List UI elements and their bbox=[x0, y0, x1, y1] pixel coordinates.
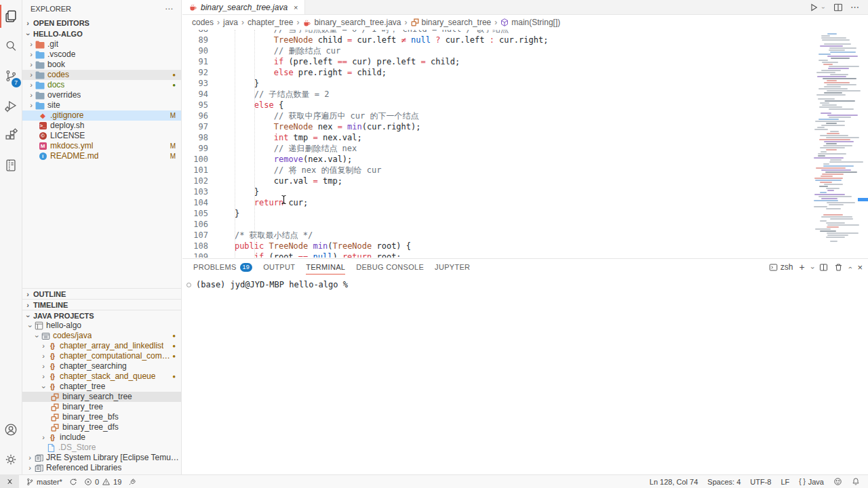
breadcrumb-item[interactable]: main(String[]) bbox=[500, 18, 560, 27]
code-line[interactable]: 93 } bbox=[182, 78, 868, 89]
extensions-view-icon[interactable] bbox=[0, 121, 22, 150]
sync-status[interactable] bbox=[69, 478, 77, 486]
java-projects-item-chapter-array-and-linkedlist[interactable]: ›{}chapter_array_and_linkedlist● bbox=[22, 341, 181, 351]
explorer-item-license[interactable]: ©LICENSE bbox=[22, 131, 181, 141]
explorer-item-site[interactable]: ›site bbox=[22, 100, 181, 110]
code-editor[interactable]: 88 // 当子结点数量 = 0 / 1 时， child = null / 该… bbox=[182, 30, 868, 258]
launch-status[interactable] bbox=[128, 478, 136, 486]
explorer-item-mkdocs-yml[interactable]: Mmkdocs.ymlM bbox=[22, 141, 181, 151]
java-projects-item-binary-tree[interactable]: binary_tree bbox=[22, 402, 181, 412]
source-control-view-icon[interactable]: 7 bbox=[0, 61, 22, 91]
code-line[interactable]: 94 // 子结点数量 = 2 bbox=[182, 89, 868, 100]
java-projects-item-jre-system-library-eclipse-temurin-17-17-[interactable]: ›JRE System Library [Eclipse Temurin 17 … bbox=[22, 453, 181, 463]
split-editor-icon[interactable] bbox=[833, 3, 843, 12]
java-projects-item-referenced-libraries[interactable]: ›Referenced Libraries bbox=[22, 463, 181, 473]
minimap[interactable] bbox=[808, 30, 868, 258]
code-line[interactable]: 89 TreeNode child = cur.left ≠ null ? cu… bbox=[182, 35, 868, 45]
run-dropdown-chevron-icon[interactable]: › bbox=[820, 4, 827, 11]
java-projects-item-chapter-computational-complexity[interactable]: ›{}chapter_computational_complexity● bbox=[22, 351, 181, 361]
panel-tab-debug-console[interactable]: DEBUG CONSOLE bbox=[356, 259, 424, 275]
section-outline[interactable]: › OUTLINE bbox=[22, 288, 181, 299]
breadcrumb-item[interactable]: codes bbox=[192, 18, 214, 27]
explorer-item-book[interactable]: ›book bbox=[22, 60, 181, 70]
java-projects-item-chapter-stack-and-queue[interactable]: ›{}chapter_stack_and_queue● bbox=[22, 371, 181, 382]
new-terminal-icon[interactable]: + bbox=[800, 262, 805, 272]
breadcrumb-item[interactable]: java bbox=[223, 18, 238, 27]
tab-binary-search-tree[interactable]: binary_search_tree.java × bbox=[182, 0, 305, 14]
panel-tab-output[interactable]: OUTPUT bbox=[263, 259, 295, 275]
indentation-status[interactable]: Spaces: 4 bbox=[707, 478, 741, 486]
eol-status[interactable]: LF bbox=[781, 478, 789, 486]
code-line[interactable]: 90 // 删除结点 cur bbox=[182, 45, 868, 56]
settings-gear-icon[interactable] bbox=[0, 445, 22, 474]
code-line[interactable]: 96 // 获取中序遍历中 cur 的下一个结点 bbox=[182, 110, 868, 121]
explorer-item--git[interactable]: ›.git bbox=[22, 39, 181, 49]
terminal-shell-selector[interactable]: zsh bbox=[769, 262, 793, 272]
problems-status[interactable]: 0 19 bbox=[84, 478, 121, 486]
explorer-item--gitignore[interactable]: ◆.gitignoreM bbox=[22, 110, 181, 121]
terminal-content[interactable]: (base) jyd@JYD-MBP hello-algo % bbox=[182, 275, 868, 289]
maximize-panel-chevron-icon[interactable]: › bbox=[846, 266, 854, 268]
java-projects-item-binary-tree-dfs[interactable]: binary_tree_dfs bbox=[22, 422, 181, 432]
java-projects-item--ds-store[interactable]: .DS_Store bbox=[22, 443, 181, 453]
feedback-button[interactable] bbox=[833, 477, 842, 486]
notebook-view-icon[interactable] bbox=[0, 150, 22, 180]
code-line[interactable]: 102 cur.val = tmp; bbox=[182, 176, 868, 186]
code-line[interactable]: 97 TreeNode nex = min(cur.right); bbox=[182, 121, 868, 132]
remote-indicator[interactable] bbox=[0, 475, 19, 488]
run-java-button[interactable]: › bbox=[809, 3, 826, 12]
code-line[interactable]: 107 /* 获取最小结点 */ bbox=[182, 230, 868, 241]
section-open-editors[interactable]: › OPEN EDITORS bbox=[22, 18, 181, 28]
branch-status[interactable]: master* bbox=[26, 478, 62, 486]
tab-close-icon[interactable]: × bbox=[294, 3, 298, 12]
panel-tab-jupyter[interactable]: JUPYTER bbox=[435, 259, 470, 275]
breadcrumb-item[interactable]: binary_search_tree bbox=[411, 18, 492, 27]
section-hello-algo[interactable]: › HELLO-ALGO bbox=[22, 28, 181, 39]
code-line[interactable]: 98 int tmp = nex.val; bbox=[182, 132, 868, 143]
code-line[interactable]: 95 else { bbox=[182, 100, 868, 110]
run-debug-view-icon[interactable] bbox=[0, 91, 22, 121]
code-line[interactable]: 106 bbox=[182, 219, 868, 230]
section-timeline[interactable]: › TIMELINE bbox=[22, 299, 181, 310]
language-mode[interactable]: { } Java bbox=[799, 478, 824, 486]
breadcrumb-item[interactable]: chapter_tree bbox=[248, 18, 293, 27]
encoding-status[interactable]: UTF-8 bbox=[750, 478, 771, 486]
close-panel-icon[interactable]: × bbox=[857, 262, 863, 272]
explorer-item-codes[interactable]: ›codes● bbox=[22, 70, 181, 80]
search-view-icon[interactable] bbox=[0, 31, 22, 61]
java-projects-item-hello-algo[interactable]: ›hello-algo bbox=[22, 321, 181, 331]
breadcrumb-item[interactable]: binary_search_tree.java bbox=[302, 18, 401, 27]
java-projects-item-binary-search-tree[interactable]: binary_search_tree bbox=[22, 392, 181, 402]
java-projects-item-binary-tree-bfs[interactable]: binary_tree_bfs bbox=[22, 412, 181, 422]
code-line[interactable]: 99 // 递归删除结点 nex bbox=[182, 143, 868, 154]
code-line[interactable]: 92 else pre.right = child; bbox=[182, 67, 868, 78]
java-projects-item-chapter-tree[interactable]: ›{}chapter_tree bbox=[22, 382, 181, 392]
trash-icon[interactable] bbox=[834, 263, 843, 272]
panel-tab-problems[interactable]: PROBLEMS19 bbox=[193, 259, 252, 275]
code-line[interactable]: 101 // 将 nex 的值复制给 cur bbox=[182, 165, 868, 176]
explorer-more-actions-icon[interactable]: ⋯ bbox=[165, 4, 173, 14]
java-projects-item-include[interactable]: ›{}include bbox=[22, 432, 181, 443]
code-line[interactable]: 91 if (pre.left == cur) pre.left = child… bbox=[182, 56, 868, 67]
explorer-item-docs[interactable]: ›docs● bbox=[22, 80, 181, 90]
split-terminal-icon[interactable] bbox=[819, 263, 828, 272]
code-line[interactable]: 105 } bbox=[182, 208, 868, 219]
terminal-dropdown-chevron-icon[interactable]: › bbox=[808, 266, 816, 268]
code-line[interactable]: 109 if (root == null) return root; bbox=[182, 251, 868, 258]
code-line[interactable]: 108 public TreeNode min(TreeNode root) { bbox=[182, 241, 868, 251]
explorer-view-icon[interactable] bbox=[0, 1, 22, 31]
java-projects-item-codes-java[interactable]: ›codes/java● bbox=[22, 331, 181, 341]
java-projects-item-chapter-searching[interactable]: ›{}chapter_searching bbox=[22, 361, 181, 371]
explorer-item-readme-md[interactable]: iREADME.mdM bbox=[22, 151, 181, 161]
explorer-item-overrides[interactable]: ›overrides bbox=[22, 90, 181, 100]
panel-tab-terminal[interactable]: TERMINAL bbox=[306, 259, 345, 275]
explorer-item--vscode[interactable]: ›.vscode bbox=[22, 49, 181, 60]
notifications-button[interactable] bbox=[852, 477, 860, 486]
editor-more-actions-icon[interactable]: ⋯ bbox=[850, 2, 860, 12]
code-line[interactable]: 88 // 当子结点数量 = 0 / 1 时， child = null / 该… bbox=[182, 30, 868, 35]
account-icon[interactable] bbox=[0, 415, 22, 445]
code-line[interactable]: 100 remove(nex.val); bbox=[182, 154, 868, 165]
section-java-projects[interactable]: › JAVA PROJECTS bbox=[22, 310, 181, 321]
explorer-item-deploy-sh[interactable]: >_deploy.sh bbox=[22, 121, 181, 131]
cursor-position[interactable]: Ln 128, Col 74 bbox=[650, 478, 698, 486]
